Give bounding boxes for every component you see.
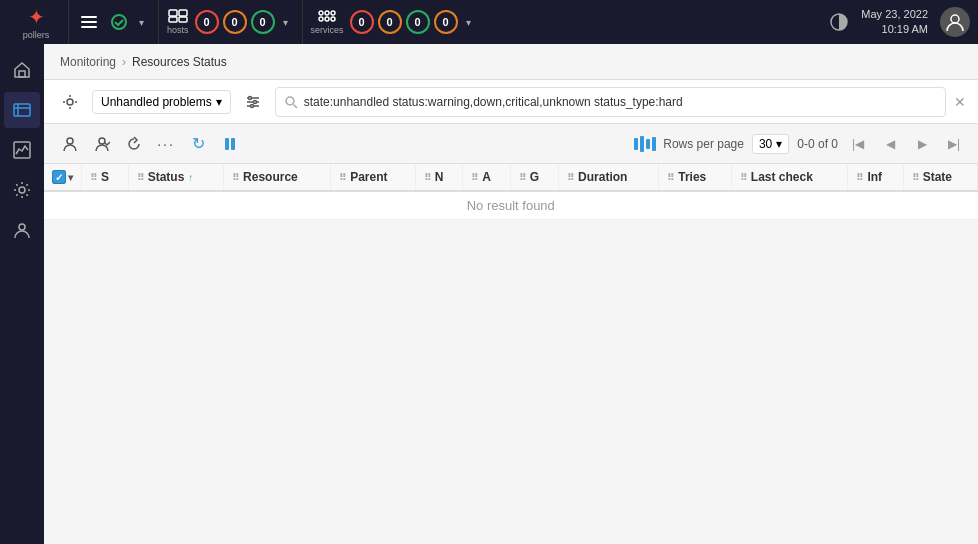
hosts-counter-orange[interactable]: 0 [223, 10, 247, 34]
hosts-counter-red[interactable]: 0 [195, 10, 219, 34]
list-icon[interactable] [77, 10, 101, 34]
svg-rect-35 [231, 138, 235, 150]
col-a-label: A [482, 170, 491, 184]
pagination-first-button[interactable]: |◀ [846, 132, 870, 156]
services-label: services [311, 25, 344, 35]
col-resource-resize[interactable]: ⠿ [232, 172, 239, 183]
services-counters: 0 0 0 0 [350, 10, 458, 34]
col-s[interactable]: ⠿ S [82, 164, 129, 191]
svg-point-9 [325, 11, 329, 15]
col-resource[interactable]: ⠿ Resource [224, 164, 331, 191]
user-avatar[interactable] [940, 7, 970, 37]
pause-button[interactable] [216, 130, 244, 158]
pagination-prev-button[interactable]: ◀ [878, 132, 902, 156]
col-duration-label: Duration [578, 170, 627, 184]
col-a-resize[interactable]: ⠿ [471, 172, 478, 183]
filter-bar: Unhandled problems ▾ ✕ [44, 80, 978, 124]
svg-rect-7 [179, 17, 187, 22]
col-a[interactable]: ⠿ A [463, 164, 510, 191]
brand-icon: ✦ [28, 5, 45, 29]
sidebar-item-users[interactable] [4, 212, 40, 248]
nav-chevron[interactable]: ▾ [137, 17, 146, 28]
circle-icon[interactable] [107, 10, 131, 34]
services-counter-2[interactable]: 0 [406, 10, 430, 34]
svg-rect-0 [81, 16, 97, 18]
svg-point-10 [331, 11, 335, 15]
hosts-section: hosts 0 0 0 ▾ [158, 0, 298, 44]
col-duration-resize[interactable]: ⠿ [567, 172, 574, 183]
table-header-row: ✓ ▾ ⠿ S ⠿ Status ↑ [44, 164, 978, 191]
svg-rect-17 [14, 104, 30, 116]
data-table: ✓ ▾ ⠿ S ⠿ Status ↑ [44, 164, 978, 220]
col-status[interactable]: ⠿ Status ↑ [128, 164, 223, 191]
col-inf-label: Inf [867, 170, 882, 184]
svg-point-33 [99, 138, 105, 144]
topbar-right: May 23, 2022 10:19 AM [829, 7, 970, 38]
col-parent[interactable]: ⠿ Parent [331, 164, 416, 191]
pagination-next-button[interactable]: ▶ [910, 132, 934, 156]
page-info: 0-0 of 0 [797, 137, 838, 151]
col-state[interactable]: ⠿ State [903, 164, 977, 191]
col-status-resize[interactable]: ⠿ [137, 172, 144, 183]
sidebar-item-settings[interactable] [4, 172, 40, 208]
services-chevron[interactable]: ▾ [464, 17, 473, 28]
col-state-resize[interactable]: ⠿ [912, 172, 919, 183]
svg-rect-34 [225, 138, 229, 150]
svg-point-28 [253, 100, 256, 103]
col-status-sort-icon: ↑ [188, 172, 193, 183]
nav-icon-section: ▾ [68, 0, 154, 44]
col-g-resize[interactable]: ⠿ [519, 172, 526, 183]
col-g[interactable]: ⠿ G [510, 164, 558, 191]
col-inf[interactable]: ⠿ Inf [848, 164, 903, 191]
search-clear-button[interactable]: ✕ [954, 94, 966, 110]
acknowledge-button[interactable] [88, 130, 116, 158]
col-inf-resize[interactable]: ⠿ [856, 172, 863, 183]
svg-rect-1 [81, 21, 97, 23]
breadcrumb-root[interactable]: Monitoring [60, 55, 116, 69]
filter-settings-icon[interactable] [56, 88, 84, 116]
svg-point-23 [67, 99, 73, 105]
hosts-counter-green[interactable]: 0 [251, 10, 275, 34]
col-s-label: S [101, 170, 109, 184]
pollers-nav[interactable]: ✦ pollers [8, 1, 64, 44]
table-container: ✓ ▾ ⠿ S ⠿ Status ↑ [44, 164, 978, 220]
filter-tune-icon[interactable] [239, 88, 267, 116]
sidebar-item-charts[interactable] [4, 132, 40, 168]
checkbox-chevron[interactable]: ▾ [68, 172, 73, 183]
col-n-resize[interactable]: ⠿ [424, 172, 431, 183]
add-host-button[interactable] [56, 130, 84, 158]
sidebar-item-home[interactable] [4, 52, 40, 88]
col-last-check-resize[interactable]: ⠿ [740, 172, 747, 183]
hosts-chevron[interactable]: ▾ [281, 17, 290, 28]
col-duration[interactable]: ⠿ Duration [559, 164, 659, 191]
columns-selector-icon[interactable] [631, 130, 659, 158]
col-s-resize[interactable]: ⠿ [90, 172, 97, 183]
sidebar-item-monitoring[interactable] [4, 92, 40, 128]
services-counter-1[interactable]: 0 [378, 10, 402, 34]
svg-point-27 [248, 96, 251, 99]
col-checkbox: ✓ ▾ [44, 164, 82, 191]
search-input[interactable] [304, 95, 937, 109]
svg-point-29 [250, 104, 253, 107]
refresh-button[interactable]: ↻ [184, 130, 212, 158]
col-n[interactable]: ⠿ N [415, 164, 462, 191]
hosts-counters: 0 0 0 [195, 10, 275, 34]
col-parent-resize[interactable]: ⠿ [339, 172, 346, 183]
rows-per-page-select[interactable]: 30 ▾ [752, 134, 789, 154]
col-g-label: G [530, 170, 539, 184]
services-counter-0[interactable]: 0 [350, 10, 374, 34]
time: 10:19 AM [861, 22, 928, 37]
services-counter-3[interactable]: 0 [434, 10, 458, 34]
svg-rect-16 [19, 71, 25, 77]
svg-point-13 [331, 17, 335, 21]
theme-toggle[interactable] [829, 12, 849, 32]
reschedule-button[interactable] [120, 130, 148, 158]
col-tries-resize[interactable]: ⠿ [667, 172, 674, 183]
filter-preset-dropdown[interactable]: Unhandled problems ▾ [92, 90, 231, 114]
select-all-checkbox[interactable]: ✓ [52, 170, 66, 184]
col-tries[interactable]: ⠿ Tries [659, 164, 732, 191]
col-last-check[interactable]: ⠿ Last check [731, 164, 848, 191]
pagination-last-button[interactable]: ▶| [942, 132, 966, 156]
search-icon [284, 95, 298, 109]
more-actions-button[interactable]: ··· [152, 130, 180, 158]
